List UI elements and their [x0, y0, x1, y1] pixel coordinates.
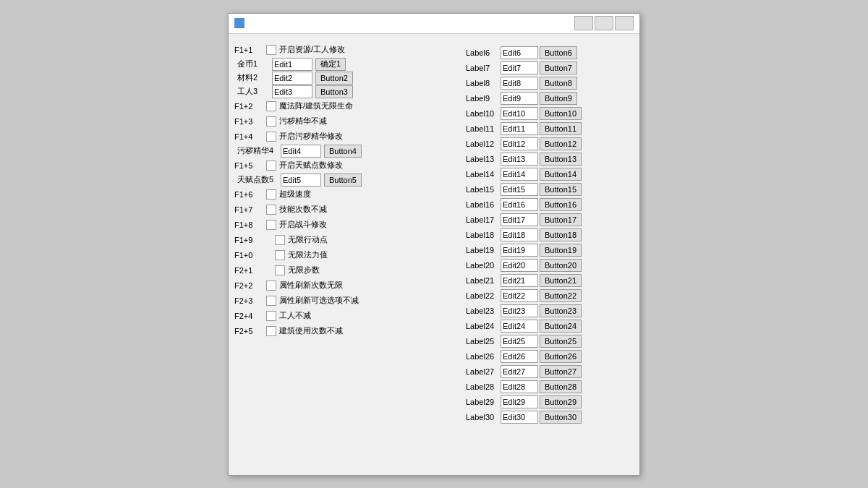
right-btn-10[interactable]: Button10 [540, 107, 582, 120]
desc-f1-7: 技能次数不减 [279, 204, 327, 215]
right-btn-20[interactable]: Button20 [540, 259, 582, 272]
right-btn-22[interactable]: Button22 [540, 289, 582, 302]
row-f1-0: F1+0 无限法力值 [234, 248, 460, 262]
desc-f1-0: 无限法力值 [288, 249, 328, 260]
checkbox-f2-4[interactable] [266, 311, 276, 321]
right-edit-29[interactable] [501, 395, 538, 408]
right-edit-10[interactable] [501, 107, 538, 120]
right-btn-17[interactable]: Button17 [540, 213, 582, 226]
sub-row-filth: 污秽精华4 Button4 [234, 145, 460, 158]
right-edit-20[interactable] [501, 259, 538, 272]
right-edit-14[interactable] [501, 168, 538, 181]
key-f1-0: F1+0 [234, 251, 275, 260]
maximize-button[interactable] [595, 16, 613, 30]
edit-gold[interactable] [272, 58, 312, 71]
right-btn-13[interactable]: Button13 [540, 153, 582, 166]
right-btn-15[interactable]: Button15 [540, 183, 582, 196]
right-edit-28[interactable] [501, 380, 538, 393]
checkbox-f1-5[interactable] [266, 160, 276, 171]
right-btn-29[interactable]: Button29 [540, 395, 582, 408]
btn-talent[interactable]: Button5 [324, 174, 362, 187]
right-btn-19[interactable]: Button19 [540, 244, 582, 257]
label-gold: 金币1 [237, 59, 272, 69]
right-edit-22[interactable] [501, 289, 538, 302]
desc-f1-6: 超级速度 [279, 189, 311, 200]
right-edit-6[interactable] [501, 46, 538, 59]
right-edit-13[interactable] [501, 153, 538, 166]
right-edit-12[interactable] [501, 137, 538, 150]
right-btn-18[interactable]: Button18 [540, 228, 582, 241]
right-rows: Label6Button6Label7Button7Label8Button8L… [466, 46, 612, 424]
right-btn-8[interactable]: Button8 [540, 77, 577, 90]
minimize-button[interactable] [574, 16, 593, 30]
right-row-23: Label23Button23 [466, 304, 612, 318]
right-edit-7[interactable] [501, 61, 538, 74]
right-btn-21[interactable]: Button21 [540, 274, 582, 287]
right-btn-16[interactable]: Button16 [540, 198, 582, 211]
right-label-30: Label30 [466, 413, 501, 421]
right-btn-25[interactable]: Button25 [540, 335, 582, 348]
edit-filth[interactable] [281, 145, 321, 158]
checkbox-f2-5[interactable] [266, 326, 276, 336]
right-btn-11[interactable]: Button11 [540, 122, 582, 135]
checkbox-f1-3[interactable] [266, 116, 276, 127]
row-f1-9: F1+9 无限行动点 [234, 233, 460, 247]
right-row-26: Label26Button26 [466, 349, 612, 364]
edit-worker[interactable] [272, 85, 312, 98]
right-btn-23[interactable]: Button23 [540, 304, 582, 317]
checkbox-f2-1[interactable] [275, 265, 285, 275]
right-edit-30[interactable] [501, 411, 538, 424]
right-btn-28[interactable]: Button28 [540, 380, 582, 393]
right-edit-16[interactable] [501, 198, 538, 211]
checkbox-f1-6[interactable] [266, 189, 276, 200]
right-edit-26[interactable] [501, 350, 538, 363]
key-f2-4: F2+4 [234, 312, 266, 320]
right-label-18: Label18 [466, 231, 501, 239]
sub-row-worker: 工人3 Button3 [234, 85, 460, 98]
right-btn-12[interactable]: Button12 [540, 137, 582, 150]
right-edit-18[interactable] [501, 228, 538, 241]
edit-material[interactable] [272, 72, 312, 85]
desc-f2-2: 属性刷新次数无限 [279, 280, 343, 291]
btn-material[interactable]: Button2 [315, 72, 353, 85]
right-edit-17[interactable] [501, 213, 538, 226]
right-label-16: Label16 [466, 200, 501, 209]
right-edit-27[interactable] [501, 365, 538, 378]
right-edit-15[interactable] [501, 183, 538, 196]
right-btn-24[interactable]: Button24 [540, 320, 582, 333]
btn-worker[interactable]: Button3 [315, 85, 353, 98]
right-btn-7[interactable]: Button7 [540, 61, 577, 74]
btn-filth[interactable]: Button4 [324, 145, 362, 158]
key-f1-4: F1+4 [234, 132, 266, 141]
btn-confirm1[interactable]: 确定1 [315, 58, 346, 71]
right-btn-14[interactable]: Button14 [540, 168, 582, 181]
right-btn-6[interactable]: Button6 [540, 46, 577, 59]
edit-talent[interactable] [281, 174, 321, 187]
checkbox-f1-9[interactable] [275, 235, 285, 245]
right-label-25: Label25 [466, 337, 501, 346]
checkbox-f1-7[interactable] [266, 205, 276, 215]
right-edit-8[interactable] [501, 77, 538, 90]
right-edit-23[interactable] [501, 304, 538, 317]
checkbox-f2-3[interactable] [266, 296, 276, 306]
checkbox-f1-0[interactable] [275, 250, 285, 260]
right-edit-24[interactable] [501, 320, 538, 333]
checkbox-f1-4[interactable] [266, 132, 276, 142]
close-button[interactable] [615, 16, 634, 30]
right-edit-19[interactable] [501, 244, 538, 257]
right-edit-25[interactable] [501, 335, 538, 348]
checkbox-f2-2[interactable] [266, 281, 276, 291]
right-edit-11[interactable] [501, 122, 538, 135]
right-btn-9[interactable]: Button9 [540, 92, 577, 105]
right-btn-27[interactable]: Button27 [540, 365, 582, 378]
right-edit-9[interactable] [501, 92, 538, 105]
right-btn-30[interactable]: Button30 [540, 411, 582, 424]
checkbox-f1-8[interactable] [266, 220, 276, 230]
right-edit-21[interactable] [501, 274, 538, 287]
right-btn-26[interactable]: Button26 [540, 350, 582, 363]
checkbox-f1-1[interactable] [266, 45, 276, 55]
right-row-11: Label11Button11 [466, 121, 612, 136]
checkbox-f1-2[interactable] [266, 101, 276, 111]
right-label-15: Label15 [466, 185, 501, 194]
right-row-16: Label16Button16 [466, 197, 612, 212]
